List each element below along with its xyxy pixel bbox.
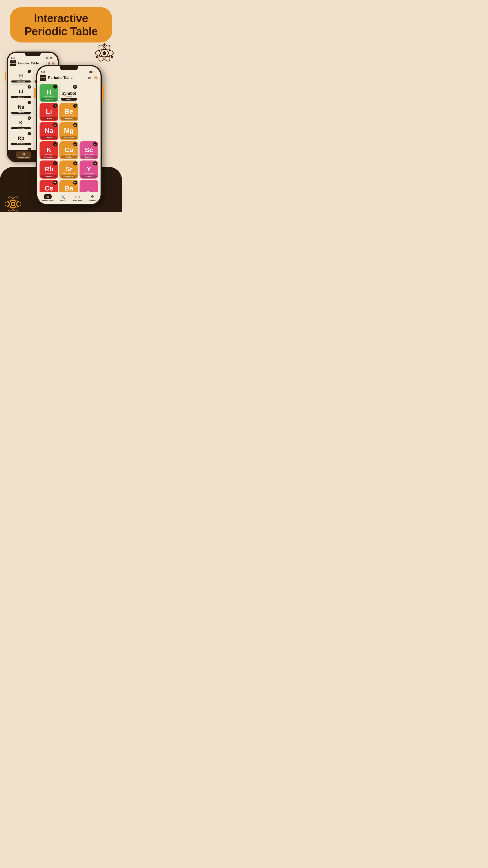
element-symbol-front[interactable]: # Symbol Category Name [59, 84, 78, 102]
element-Li-back[interactable]: 3 Li Solid Lithium [10, 84, 32, 99]
front-nav-search-icon: 🔍 [61, 195, 65, 199]
front-header-title: Periodic Table [48, 76, 86, 80]
element-K-front[interactable]: 19 K Alkali metal Potassium [39, 141, 58, 159]
front-nav-search[interactable]: 🔍 Search [60, 195, 66, 201]
front-nav-periodic[interactable]: ⊞ Periodic Table [42, 194, 53, 202]
element-Y-front[interactable]: 39 Y Transition metal Yttrium [79, 160, 98, 179]
phones-section: 2:13 ▌▌▌ 60 ⚡ Na K Li H Periodic Table ⊞… [0, 49, 122, 212]
element-Be-front[interactable]: 4 Be Alkaline earth metal Beryllium [59, 103, 78, 121]
element-Na-front[interactable]: 11 Na Alkali metal Sodium [39, 122, 58, 140]
element-H-front[interactable]: 1 H Other nonmetal Hydrogen [39, 84, 58, 102]
element-empty-1 [79, 84, 98, 102]
front-element-grid: 1 H Other nonmetal Hydrogen # Symbol Cat… [37, 82, 101, 192]
front-nav-studyguide-icon: 📖 [75, 195, 80, 199]
back-status-bar: 2:13 ▌▌▌ 60 ⚡ [8, 56, 58, 59]
front-nav-periodic-label: Periodic Table [42, 200, 53, 202]
element-Cs-front[interactable]: 55 Cs Alkali metal Cesium [39, 180, 58, 192]
svg-point-5 [103, 43, 105, 46]
back-signal: ▌▌▌ 60 ⚡ [46, 57, 55, 59]
element-empty-2 [79, 103, 98, 121]
front-palette-icon[interactable]: 🎨 [94, 76, 98, 80]
front-nav-studyguide-label: Study Guide [73, 199, 82, 201]
back-grid-icon[interactable]: ⊞ [48, 62, 51, 65]
svg-point-9 [12, 203, 14, 205]
element-empty-3 [79, 122, 98, 140]
element-K-back[interactable]: 19 K Solid Potassium [10, 116, 32, 130]
front-nav-periodic-icon: ⊞ [46, 195, 49, 198]
element-Rb-front[interactable]: 37 Rb Alkali metal Rubidium [39, 160, 58, 179]
front-nav-search-label: Search [60, 199, 66, 201]
element-Ba-front[interactable]: 56 Ba Alkaline earth metal Barium [59, 180, 78, 192]
element-H-back[interactable]: 1 H Gas Hydrogen [10, 69, 32, 84]
front-nav-studyguide[interactable]: 📖 Study Guide [73, 195, 82, 201]
title-banner: Interactive Periodic Table [10, 7, 112, 42]
front-phone: 2:13 ▌▌▌ 60 ⚡ Na K Li H Periodic Table ⊞… [36, 65, 102, 205]
front-app-icon: Na K Li H [40, 74, 46, 81]
app-title: Interactive Periodic Table [21, 12, 101, 38]
element-Li-front[interactable]: 3 Li Alkali metal Lithium [39, 103, 58, 121]
front-signal: ▌▌▌ 60 ⚡ [89, 71, 97, 73]
front-grid-icon[interactable]: ⊞ [88, 76, 91, 80]
front-time: 2:13 [41, 71, 45, 73]
front-nav-settings[interactable]: ⚙ Settings [89, 195, 96, 201]
atom-icon-bottom [3, 194, 23, 214]
element-Rb-back[interactable]: 37 Rb Solid Rubidium [10, 131, 32, 146]
element-Mg-front[interactable]: 12 Mg Alkaline earth metal Magnesium [59, 122, 78, 140]
back-palette-icon[interactable]: 🎨 [52, 62, 55, 65]
back-time: 2:13 [11, 57, 15, 59]
front-nav-settings-label: Settings [89, 199, 96, 201]
element-Cs-back[interactable]: 55 Cs Solid Cesium [10, 147, 32, 150]
front-nav-settings-icon: ⚙ [91, 195, 94, 199]
front-bottom-nav: ⊞ Periodic Table 🔍 Search 📖 Study Guide … [37, 192, 101, 204]
back-nav-periodic-icon: ⊞ [22, 152, 25, 156]
back-nav-periodic[interactable]: ⊞ Periodic Table [16, 151, 31, 159]
element-Tr-front[interactable]: Tr Transition metal [79, 180, 98, 192]
element-Sr-front[interactable]: 38 Sr Alkaline earth metal Strontium [59, 160, 78, 179]
back-app-icon: Na K Li H [10, 60, 16, 66]
front-app-header: Na K Li H Periodic Table ⊞ 🎨 [37, 74, 101, 82]
back-nav-periodic-label: Periodic Table [18, 156, 29, 158]
element-Na-back[interactable]: 11 Na Solid Sodium [10, 100, 32, 115]
front-status-bar: 2:13 ▌▌▌ 60 ⚡ [37, 70, 101, 74]
element-Sc-front[interactable]: 21 Sc Transition metal Scandium [79, 141, 98, 159]
element-Ca-front[interactable]: 20 Ca Alkaline earth metal Calcium [59, 141, 78, 159]
back-header-title: Periodic Table [18, 61, 46, 65]
